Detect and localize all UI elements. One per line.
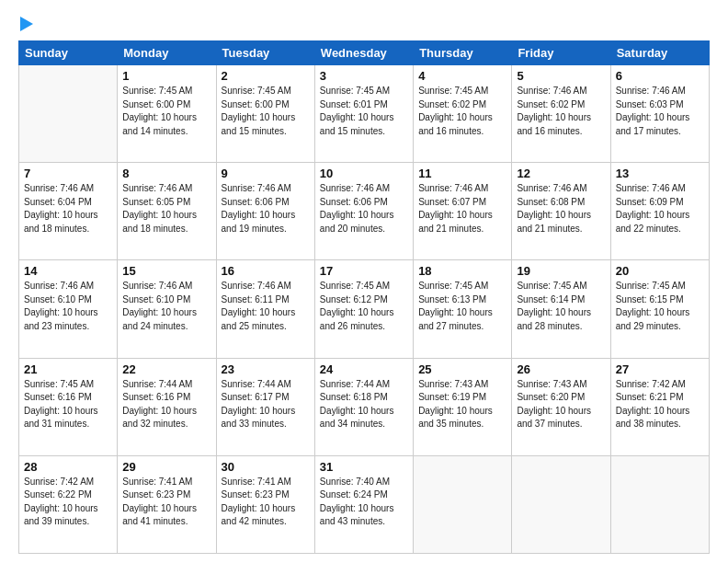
- day-info: Sunrise: 7:45 AM Sunset: 6:13 PM Dayligh…: [418, 280, 506, 333]
- day-number: 24: [320, 362, 408, 376]
- calendar-cell: 23Sunrise: 7:44 AM Sunset: 6:17 PM Dayli…: [216, 358, 314, 455]
- day-info: Sunrise: 7:45 AM Sunset: 6:02 PM Dayligh…: [418, 85, 506, 138]
- calendar-cell: 11Sunrise: 7:46 AM Sunset: 6:07 PM Dayli…: [414, 163, 512, 260]
- day-number: 15: [122, 264, 210, 278]
- day-info: Sunrise: 7:46 AM Sunset: 6:03 PM Dayligh…: [616, 85, 704, 138]
- logo-arrow-icon: [20, 17, 33, 31]
- day-number: 3: [320, 69, 408, 83]
- day-number: 5: [517, 69, 605, 83]
- day-info: Sunrise: 7:44 AM Sunset: 6:18 PM Dayligh…: [320, 378, 408, 431]
- day-info: Sunrise: 7:46 AM Sunset: 6:04 PM Dayligh…: [24, 182, 112, 236]
- calendar-cell: 20Sunrise: 7:45 AM Sunset: 6:15 PM Dayli…: [610, 260, 709, 358]
- day-info: Sunrise: 7:45 AM Sunset: 6:14 PM Dayligh…: [517, 280, 605, 333]
- calendar-cell: 29Sunrise: 7:41 AM Sunset: 6:23 PM Dayli…: [118, 455, 216, 553]
- day-number: 30: [222, 460, 310, 474]
- calendar-cell: 13Sunrise: 7:46 AM Sunset: 6:09 PM Dayli…: [610, 163, 709, 260]
- day-number: 21: [24, 362, 112, 376]
- calendar-cell: 4Sunrise: 7:45 AM Sunset: 6:02 PM Daylig…: [414, 65, 512, 163]
- weekday-header-monday: Monday: [118, 41, 216, 65]
- day-info: Sunrise: 7:46 AM Sunset: 6:11 PM Dayligh…: [222, 280, 310, 333]
- day-number: 1: [122, 69, 210, 83]
- calendar-cell: 12Sunrise: 7:46 AM Sunset: 6:08 PM Dayli…: [512, 163, 610, 260]
- calendar-cell: 14Sunrise: 7:46 AM Sunset: 6:10 PM Dayli…: [19, 260, 118, 358]
- calendar-cell: 5Sunrise: 7:46 AM Sunset: 6:02 PM Daylig…: [512, 65, 610, 163]
- calendar-cell: 31Sunrise: 7:40 AM Sunset: 6:24 PM Dayli…: [314, 455, 413, 553]
- weekday-header-saturday: Saturday: [610, 41, 709, 65]
- calendar-cell: 9Sunrise: 7:46 AM Sunset: 6:06 PM Daylig…: [216, 163, 314, 260]
- calendar-table: SundayMondayTuesdayWednesdayThursdayFrid…: [18, 40, 710, 554]
- day-info: Sunrise: 7:46 AM Sunset: 6:06 PM Dayligh…: [222, 182, 310, 236]
- calendar-cell: [512, 455, 610, 553]
- day-number: 10: [320, 167, 408, 180]
- calendar-cell: 2Sunrise: 7:45 AM Sunset: 6:00 PM Daylig…: [216, 65, 314, 163]
- day-number: 19: [517, 264, 605, 278]
- calendar-cell: 28Sunrise: 7:42 AM Sunset: 6:22 PM Dayli…: [19, 455, 118, 553]
- header: [18, 17, 710, 31]
- day-info: Sunrise: 7:46 AM Sunset: 6:09 PM Dayligh…: [616, 182, 704, 236]
- day-info: Sunrise: 7:44 AM Sunset: 6:16 PM Dayligh…: [122, 378, 210, 431]
- calendar-cell: 25Sunrise: 7:43 AM Sunset: 6:19 PM Dayli…: [414, 358, 512, 455]
- calendar-cell: 22Sunrise: 7:44 AM Sunset: 6:16 PM Dayli…: [118, 358, 216, 455]
- day-info: Sunrise: 7:43 AM Sunset: 6:20 PM Dayligh…: [517, 378, 605, 431]
- day-number: 8: [122, 167, 210, 180]
- day-number: 31: [320, 460, 408, 474]
- calendar-header: SundayMondayTuesdayWednesdayThursdayFrid…: [19, 41, 710, 65]
- day-number: 18: [418, 264, 506, 278]
- day-number: 23: [222, 362, 310, 376]
- weekday-header-tuesday: Tuesday: [216, 41, 314, 65]
- calendar-week-4: 21Sunrise: 7:45 AM Sunset: 6:16 PM Dayli…: [19, 358, 710, 455]
- day-number: 14: [24, 264, 112, 278]
- calendar-cell: 21Sunrise: 7:45 AM Sunset: 6:16 PM Dayli…: [19, 358, 118, 455]
- day-info: Sunrise: 7:45 AM Sunset: 6:16 PM Dayligh…: [24, 378, 112, 431]
- day-info: Sunrise: 7:44 AM Sunset: 6:17 PM Dayligh…: [222, 378, 310, 431]
- day-number: 26: [517, 362, 605, 376]
- calendar-cell: [610, 455, 709, 553]
- calendar-cell: 3Sunrise: 7:45 AM Sunset: 6:01 PM Daylig…: [314, 65, 413, 163]
- day-number: 17: [320, 264, 408, 278]
- day-number: 11: [418, 167, 506, 180]
- calendar-body: 1Sunrise: 7:45 AM Sunset: 6:00 PM Daylig…: [19, 65, 710, 554]
- day-number: 7: [24, 167, 112, 180]
- day-number: 25: [418, 362, 506, 376]
- calendar-cell: 27Sunrise: 7:42 AM Sunset: 6:21 PM Dayli…: [610, 358, 709, 455]
- calendar-cell: 30Sunrise: 7:41 AM Sunset: 6:23 PM Dayli…: [216, 455, 314, 553]
- calendar-cell: 15Sunrise: 7:46 AM Sunset: 6:10 PM Dayli…: [118, 260, 216, 358]
- day-number: 6: [616, 69, 704, 83]
- calendar-cell: 26Sunrise: 7:43 AM Sunset: 6:20 PM Dayli…: [512, 358, 610, 455]
- day-info: Sunrise: 7:41 AM Sunset: 6:23 PM Dayligh…: [122, 476, 210, 529]
- day-number: 29: [122, 460, 210, 474]
- calendar-week-5: 28Sunrise: 7:42 AM Sunset: 6:22 PM Dayli…: [19, 455, 710, 553]
- calendar-cell: 16Sunrise: 7:46 AM Sunset: 6:11 PM Dayli…: [216, 260, 314, 358]
- weekday-header-friday: Friday: [512, 41, 610, 65]
- day-number: 2: [222, 69, 310, 83]
- calendar-cell: [19, 65, 118, 163]
- page: SundayMondayTuesdayWednesdayThursdayFrid…: [0, 0, 728, 563]
- day-info: Sunrise: 7:46 AM Sunset: 6:02 PM Dayligh…: [517, 85, 605, 138]
- day-info: Sunrise: 7:46 AM Sunset: 6:10 PM Dayligh…: [122, 280, 210, 333]
- day-info: Sunrise: 7:45 AM Sunset: 6:00 PM Dayligh…: [122, 85, 210, 138]
- day-info: Sunrise: 7:40 AM Sunset: 6:24 PM Dayligh…: [320, 476, 408, 529]
- calendar-cell: 6Sunrise: 7:46 AM Sunset: 6:03 PM Daylig…: [610, 65, 709, 163]
- calendar-week-1: 1Sunrise: 7:45 AM Sunset: 6:00 PM Daylig…: [19, 65, 710, 163]
- calendar-cell: 1Sunrise: 7:45 AM Sunset: 6:00 PM Daylig…: [118, 65, 216, 163]
- day-number: 4: [418, 69, 506, 83]
- calendar-cell: 8Sunrise: 7:46 AM Sunset: 6:05 PM Daylig…: [118, 163, 216, 260]
- calendar-cell: 17Sunrise: 7:45 AM Sunset: 6:12 PM Dayli…: [314, 260, 413, 358]
- day-info: Sunrise: 7:45 AM Sunset: 6:12 PM Dayligh…: [320, 280, 408, 333]
- day-number: 28: [24, 460, 112, 474]
- weekday-header-thursday: Thursday: [414, 41, 512, 65]
- day-number: 9: [222, 167, 310, 180]
- weekday-header-row: SundayMondayTuesdayWednesdayThursdayFrid…: [19, 41, 710, 65]
- day-number: 16: [222, 264, 310, 278]
- day-number: 13: [616, 167, 704, 180]
- day-info: Sunrise: 7:45 AM Sunset: 6:01 PM Dayligh…: [320, 85, 408, 138]
- day-number: 22: [122, 362, 210, 376]
- day-number: 27: [616, 362, 704, 376]
- day-info: Sunrise: 7:45 AM Sunset: 6:00 PM Dayligh…: [222, 85, 310, 138]
- day-info: Sunrise: 7:46 AM Sunset: 6:07 PM Dayligh…: [418, 182, 506, 236]
- calendar-cell: 10Sunrise: 7:46 AM Sunset: 6:06 PM Dayli…: [314, 163, 413, 260]
- day-info: Sunrise: 7:46 AM Sunset: 6:05 PM Dayligh…: [122, 182, 210, 236]
- calendar-week-3: 14Sunrise: 7:46 AM Sunset: 6:10 PM Dayli…: [19, 260, 710, 358]
- day-info: Sunrise: 7:46 AM Sunset: 6:06 PM Dayligh…: [320, 182, 408, 236]
- day-number: 12: [517, 167, 605, 180]
